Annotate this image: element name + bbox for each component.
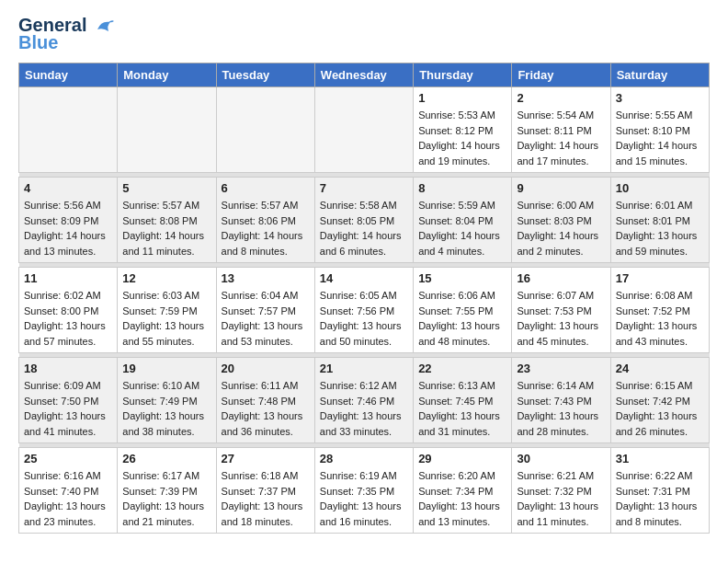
calendar-cell: 14Sunrise: 6:05 AMSunset: 7:56 PMDayligh… [314,268,413,353]
day-info: Sunrise: 6:20 AMSunset: 7:34 PMDaylight:… [418,468,506,529]
page-container: General Blue SundayMondayTuesdayWednesda… [0,0,728,548]
day-info: Sunrise: 6:12 AMSunset: 7:46 PMDaylight:… [320,378,408,439]
day-number: 8 [418,181,506,195]
calendar-cell: 10Sunrise: 6:01 AMSunset: 8:01 PMDayligh… [610,178,709,263]
day-number: 23 [517,362,605,375]
calendar-week-row: 18Sunrise: 6:09 AMSunset: 7:50 PMDayligh… [19,358,710,443]
day-number: 2 [517,91,605,105]
day-number: 1 [418,91,506,105]
day-number: 30 [517,452,605,465]
day-info: Sunrise: 6:17 AMSunset: 7:39 PMDaylight:… [122,468,210,529]
calendar-cell: 28Sunrise: 6:19 AMSunset: 7:35 PMDayligh… [314,448,413,534]
calendar-cell: 27Sunrise: 6:18 AMSunset: 7:37 PMDayligh… [216,448,314,534]
day-info: Sunrise: 6:16 AMSunset: 7:40 PMDaylight:… [24,468,112,529]
day-number: 9 [517,181,605,195]
calendar-weekday-header: Wednesday [314,63,413,87]
calendar-cell: 7Sunrise: 5:58 AMSunset: 8:05 PMDaylight… [314,178,413,263]
day-number: 31 [616,452,704,465]
calendar-week-row: 25Sunrise: 6:16 AMSunset: 7:40 PMDayligh… [19,448,710,534]
day-number: 3 [616,91,704,105]
day-info: Sunrise: 5:59 AMSunset: 8:04 PMDaylight:… [418,198,506,259]
day-number: 20 [222,362,310,375]
day-info: Sunrise: 6:04 AMSunset: 7:57 PMDaylight:… [222,288,310,349]
day-number: 15 [418,271,506,285]
day-number: 12 [122,271,210,285]
calendar-cell: 26Sunrise: 6:17 AMSunset: 7:39 PMDayligh… [118,448,216,534]
calendar-cell [118,87,216,173]
calendar-cell: 30Sunrise: 6:21 AMSunset: 7:32 PMDayligh… [512,448,610,534]
day-info: Sunrise: 6:09 AMSunset: 7:50 PMDaylight:… [24,378,112,439]
day-number: 16 [517,271,605,285]
day-info: Sunrise: 6:18 AMSunset: 7:37 PMDaylight:… [222,468,310,529]
logo-blue: Blue [18,32,58,53]
calendar-table: SundayMondayTuesdayWednesdayThursdayFrid… [18,63,710,534]
calendar-cell: 3Sunrise: 5:55 AMSunset: 8:10 PMDaylight… [610,87,709,173]
day-info: Sunrise: 6:03 AMSunset: 7:59 PMDaylight:… [122,288,210,349]
calendar-week-row: 11Sunrise: 6:02 AMSunset: 8:00 PMDayligh… [19,268,710,353]
day-info: Sunrise: 6:10 AMSunset: 7:49 PMDaylight:… [122,378,210,439]
day-number: 7 [320,181,408,195]
calendar-cell: 24Sunrise: 6:15 AMSunset: 7:42 PMDayligh… [610,358,709,443]
calendar-cell: 17Sunrise: 6:08 AMSunset: 7:52 PMDayligh… [610,268,709,353]
calendar-week-row: 1Sunrise: 5:53 AMSunset: 8:12 PMDaylight… [19,87,710,173]
day-number: 28 [320,452,408,465]
day-number: 29 [418,452,506,465]
day-number: 22 [418,362,506,375]
calendar-header-row: SundayMondayTuesdayWednesdayThursdayFrid… [19,63,710,87]
day-info: Sunrise: 5:58 AMSunset: 8:05 PMDaylight:… [320,198,408,259]
day-number: 17 [616,271,704,285]
day-number: 14 [320,271,408,285]
day-number: 4 [24,181,112,195]
day-number: 10 [616,181,704,195]
calendar-cell: 29Sunrise: 6:20 AMSunset: 7:34 PMDayligh… [414,448,512,534]
calendar-cell: 22Sunrise: 6:13 AMSunset: 7:45 PMDayligh… [414,358,512,443]
logo: General Blue [18,15,114,53]
calendar-cell: 2Sunrise: 5:54 AMSunset: 8:11 PMDaylight… [512,87,610,173]
day-info: Sunrise: 6:07 AMSunset: 7:53 PMDaylight:… [517,288,605,349]
day-info: Sunrise: 6:14 AMSunset: 7:43 PMDaylight:… [517,378,605,439]
day-number: 18 [24,362,112,375]
calendar-weekday-header: Thursday [414,63,512,87]
calendar-week-row: 4Sunrise: 5:56 AMSunset: 8:09 PMDaylight… [19,178,710,263]
day-info: Sunrise: 5:55 AMSunset: 8:10 PMDaylight:… [616,108,704,168]
calendar-cell: 5Sunrise: 5:57 AMSunset: 8:08 PMDaylight… [118,178,216,263]
calendar-cell [216,87,314,173]
day-info: Sunrise: 5:56 AMSunset: 8:09 PMDaylight:… [24,198,112,259]
calendar-cell: 8Sunrise: 5:59 AMSunset: 8:04 PMDaylight… [414,178,512,263]
day-info: Sunrise: 6:13 AMSunset: 7:45 PMDaylight:… [418,378,506,439]
day-info: Sunrise: 5:53 AMSunset: 8:12 PMDaylight:… [418,108,506,168]
calendar-cell: 19Sunrise: 6:10 AMSunset: 7:49 PMDayligh… [118,358,216,443]
day-info: Sunrise: 6:02 AMSunset: 8:00 PMDaylight:… [24,288,112,349]
day-info: Sunrise: 6:05 AMSunset: 7:56 PMDaylight:… [320,288,408,349]
calendar-cell: 25Sunrise: 6:16 AMSunset: 7:40 PMDayligh… [19,448,118,534]
calendar-cell [19,87,118,173]
calendar-cell: 23Sunrise: 6:14 AMSunset: 7:43 PMDayligh… [512,358,610,443]
day-info: Sunrise: 6:21 AMSunset: 7:32 PMDaylight:… [517,468,605,529]
calendar-cell: 6Sunrise: 5:57 AMSunset: 8:06 PMDaylight… [216,178,314,263]
calendar-weekday-header: Monday [118,63,216,87]
day-number: 13 [222,271,310,285]
day-number: 27 [222,452,310,465]
day-number: 24 [616,362,704,375]
calendar-cell: 13Sunrise: 6:04 AMSunset: 7:57 PMDayligh… [216,268,314,353]
calendar-weekday-header: Sunday [19,63,118,87]
calendar-weekday-header: Tuesday [216,63,314,87]
day-info: Sunrise: 6:00 AMSunset: 8:03 PMDaylight:… [517,198,605,259]
day-info: Sunrise: 6:19 AMSunset: 7:35 PMDaylight:… [320,468,408,529]
day-number: 5 [122,181,210,195]
calendar-cell: 21Sunrise: 6:12 AMSunset: 7:46 PMDayligh… [314,358,413,443]
day-number: 25 [24,452,112,465]
day-info: Sunrise: 6:15 AMSunset: 7:42 PMDaylight:… [616,378,704,439]
calendar-cell: 1Sunrise: 5:53 AMSunset: 8:12 PMDaylight… [414,87,512,173]
calendar-cell: 4Sunrise: 5:56 AMSunset: 8:09 PMDaylight… [19,178,118,263]
day-number: 21 [320,362,408,375]
day-number: 26 [122,452,210,465]
day-number: 19 [122,362,210,375]
day-info: Sunrise: 5:57 AMSunset: 8:06 PMDaylight:… [222,198,310,259]
calendar-cell: 12Sunrise: 6:03 AMSunset: 7:59 PMDayligh… [118,268,216,353]
day-number: 11 [24,271,112,285]
calendar-cell: 31Sunrise: 6:22 AMSunset: 7:31 PMDayligh… [610,448,709,534]
calendar-cell: 11Sunrise: 6:02 AMSunset: 8:00 PMDayligh… [19,268,118,353]
day-info: Sunrise: 6:22 AMSunset: 7:31 PMDaylight:… [616,468,704,529]
day-info: Sunrise: 6:08 AMSunset: 7:52 PMDaylight:… [616,288,704,349]
